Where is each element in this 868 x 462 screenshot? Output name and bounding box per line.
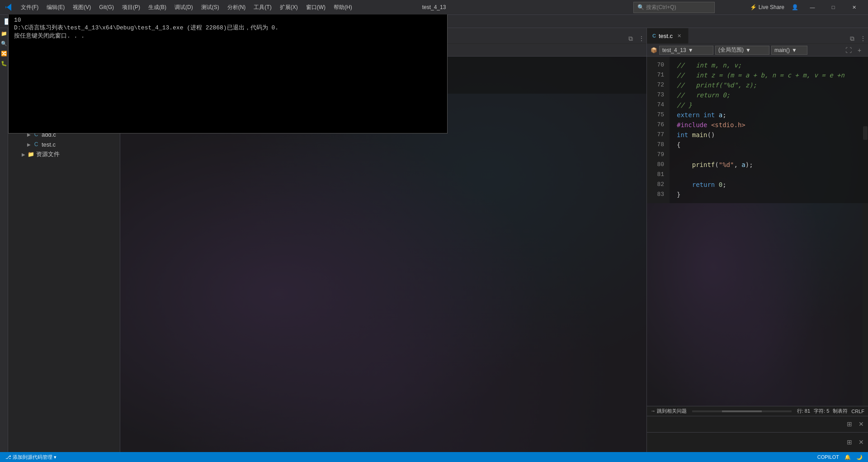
close-button[interactable]: ✕ <box>844 0 864 14</box>
titlebar: 文件(F) 编辑(E) 视图(V) Git(G) 项目(P) 生成(B) 调试(… <box>0 0 868 14</box>
mini-panel-2: ⊞ ✕ <box>647 433 868 452</box>
editor-tabs-2: C test.c ✕ ⧉ ⋮ <box>647 28 868 44</box>
add-editor-button[interactable]: + <box>854 45 864 55</box>
file-location-label: test_4_13 <box>662 47 686 53</box>
sidebar-item-test-c[interactable]: ▶ C test.c <box>8 139 120 149</box>
close-panel-icon-2[interactable]: ✕ <box>856 437 866 447</box>
close-panel-icon[interactable]: ✕ <box>856 419 866 429</box>
account-icon[interactable]: 👤 <box>792 4 798 10</box>
line-info: 行: 81 <box>797 408 810 414</box>
more-actions-button[interactable]: ⋮ <box>637 33 646 43</box>
editor-pane-test-c: C test.c ✕ ⧉ ⋮ 📦 test_4_13 ▼ <box>646 28 868 452</box>
bell-icon: 🔔 <box>844 454 851 460</box>
menu-file[interactable]: 文件(F) <box>17 2 42 13</box>
debug-console-window: ■ Microsoft Visual Studio 调试控制台 — □ ✕ 10… <box>8 0 448 133</box>
branch-icon: ⎇ <box>5 454 11 460</box>
window-controls: — □ ✕ <box>802 0 864 14</box>
tab-test-c[interactable]: C test.c ✕ <box>647 28 689 43</box>
status-bar: ⎇ 添加到源代码管理 ▾ COPILOT 🔔 🌙 <box>0 452 868 462</box>
live-share-button[interactable]: ⚡ Live Share <box>746 3 788 11</box>
menu-extensions[interactable]: 扩展(X) <box>276 2 302 13</box>
split-editor-button[interactable]: ⧉ <box>626 33 636 43</box>
code-line-71: // int z = (m = a + b, n = c + m, v = e … <box>677 70 861 80</box>
split-button[interactable]: ⧉ <box>847 33 857 43</box>
menu-window[interactable]: 窗口(W) <box>302 2 329 13</box>
activity-debug[interactable]: 🐛 <box>0 60 8 67</box>
code-line-72: // printf("%d", z); <box>677 80 861 90</box>
mini-panels: ⊞ ✕ ⊞ ✕ <box>647 416 868 452</box>
editor-actions: ⧉ ⋮ <box>626 33 646 43</box>
tab-close-button[interactable]: ✕ <box>675 32 683 39</box>
live-share-icon: ⚡ <box>750 4 757 10</box>
search-icon: 🔍 <box>637 4 644 10</box>
menu-edit[interactable]: 编辑(E) <box>43 2 68 13</box>
activity-git[interactable]: 🔀 <box>0 50 8 57</box>
file-location-dropdown-2[interactable]: test_4_13 ▼ <box>659 46 713 55</box>
app-logo <box>4 2 14 13</box>
console-output: 10 D:\C语言练习列表\test_4_13\x64\Debug\test_4… <box>9 13 447 133</box>
folder-icon: 📁 <box>27 151 34 158</box>
float-icon-2[interactable]: ⊞ <box>844 437 854 447</box>
menu-build[interactable]: 生成(B) <box>145 2 170 13</box>
console-resize-handle[interactable] <box>443 67 447 133</box>
sidebar-item-resources[interactable]: ▶ 📁 资源文件 <box>8 149 120 159</box>
menu-git[interactable]: Git(G) <box>95 2 118 12</box>
menu-view[interactable]: 视图(V) <box>69 2 94 13</box>
night-mode-button[interactable]: 🌙 <box>854 452 864 462</box>
code-line-74: // } <box>677 100 861 110</box>
code-lines-2[interactable]: // int m, n, v; // int z = (m = a + b, n… <box>670 57 868 203</box>
test-c-label: test.c <box>42 141 56 148</box>
chevron-icon: ▼ <box>688 47 693 53</box>
console-line-1: 10 <box>14 17 442 24</box>
menu-project[interactable]: 项目(P) <box>118 2 144 13</box>
code-line-73: // return 0; <box>677 90 861 100</box>
editor-breadcrumb-2: 📦 test_4_13 ▼ (全局范围) ▼ main() ▼ ⛶ <box>647 44 868 57</box>
func-dropdown[interactable]: main() ▼ <box>771 46 807 55</box>
c-file-icon: C <box>652 33 656 38</box>
goto-problem-label[interactable]: → 跳到相关问题 <box>651 408 687 414</box>
window-title: test_4_13 <box>422 4 446 10</box>
code-line-83: } <box>677 190 861 200</box>
code-line-81 <box>677 170 861 180</box>
code-line-77: int main() <box>677 130 861 140</box>
console-line-3: 按任意键关闭此窗口. . . <box>14 32 442 40</box>
char-info: 字符: 5 <box>814 408 829 414</box>
menu-bar: 文件(F) 编辑(E) 视图(V) Git(G) 项目(P) 生成(B) 调试(… <box>17 2 633 13</box>
code-line-78: { <box>677 140 861 150</box>
activity-search[interactable]: 🔍 <box>0 40 8 47</box>
scope-label: (全局范围) <box>718 46 744 54</box>
project-context-icon: 📦 <box>651 47 657 53</box>
night-icon: 🌙 <box>856 454 863 460</box>
notifications-button[interactable]: 🔔 <box>843 452 853 462</box>
activity-explorer[interactable]: 📁 <box>0 30 8 37</box>
menu-debug[interactable]: 调试(D) <box>171 2 197 13</box>
expand-icon: ▶ <box>26 142 32 147</box>
more-actions-button[interactable]: ⋮ <box>858 33 868 43</box>
line-numbers-2: 70 71 72 73 74 75 76 77 78 79 80 81 <box>647 57 670 203</box>
search-box[interactable]: 🔍 搜索(Ctrl+Q) <box>633 2 715 13</box>
chevron-icon: ▼ <box>792 47 797 53</box>
code-line-76: #include <stdio.h> <box>677 120 861 130</box>
copilot-label: COPILOT <box>817 454 839 460</box>
editor-actions-2: ⧉ ⋮ <box>847 33 868 43</box>
code-line-70: // int m, n, v; <box>677 60 861 70</box>
scope-dropdown-2[interactable]: (全局范围) ▼ <box>715 46 769 55</box>
menu-test[interactable]: 测试(S) <box>198 2 223 13</box>
scrollbar-thumb-h[interactable] <box>722 410 762 412</box>
menu-tools[interactable]: 工具(T) <box>250 2 275 13</box>
line-ending-info: CRLF <box>851 409 864 414</box>
float-icon[interactable]: ⊞ <box>844 419 854 429</box>
maximize-button[interactable]: □ <box>823 0 844 14</box>
minimize-button[interactable]: — <box>802 0 823 14</box>
menu-help[interactable]: 帮助(H) <box>330 2 356 13</box>
search-text: 搜索(Ctrl+Q) <box>646 4 676 11</box>
copilot-status[interactable]: COPILOT <box>816 452 841 462</box>
source-control-label: 添加到源代码管理 ▾ <box>13 454 57 461</box>
maximize-button[interactable]: ⛶ <box>844 45 854 55</box>
pane2-actions: ⛶ + <box>844 45 864 55</box>
source-control-status[interactable]: ⎇ 添加到源代码管理 ▾ <box>4 452 58 462</box>
code-editor-2[interactable]: 70 71 72 73 74 75 76 77 78 79 80 81 <box>647 57 868 406</box>
menu-analyze[interactable]: 分析(N) <box>224 2 250 13</box>
code-line-82: return 0; <box>677 180 861 190</box>
horizontal-scrollbar[interactable] <box>692 410 792 412</box>
